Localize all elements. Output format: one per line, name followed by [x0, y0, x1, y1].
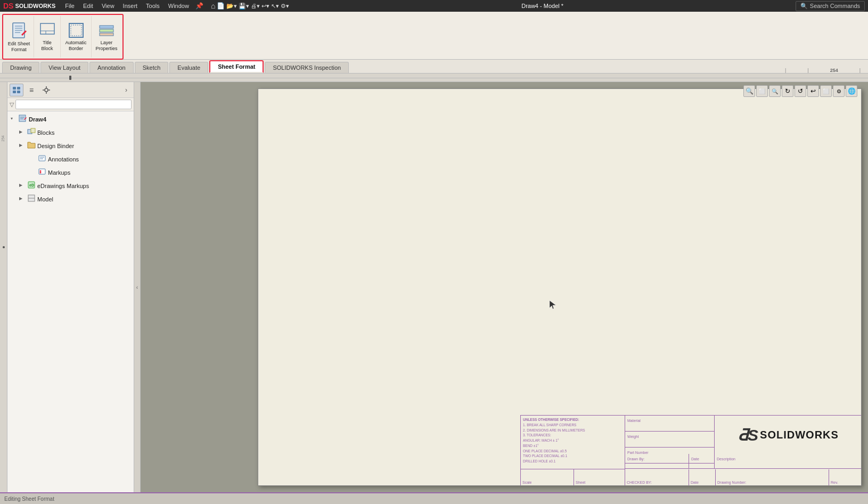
- canvas-search-btn[interactable]: 🔍: [743, 85, 755, 97]
- notes-line-1: 2. DIMENSIONS ARE IN MILLIMETERS: [523, 428, 623, 433]
- svg-point-34: [40, 172, 42, 174]
- canvas-fit-btn[interactable]: ⬜: [756, 85, 768, 97]
- window-title: Draw4 - Model *: [289, 3, 795, 9]
- svg-text:eD: eD: [29, 183, 34, 187]
- tree-item-design-binder[interactable]: ▶ Design Binder: [7, 139, 134, 152]
- tab-evaluate[interactable]: Evaluate: [169, 62, 208, 73]
- svg-rect-16: [13, 91, 16, 93]
- statusbar: Editing Sheet Format: [0, 492, 868, 504]
- svg-rect-17: [17, 91, 20, 93]
- title-block-bottom-sheet: Sheet: [574, 469, 625, 485]
- canvas-zoomout-btn[interactable]: 🔍: [769, 85, 781, 97]
- sidebar: ≡ › ▽ ▾ Draw4: [7, 82, 134, 492]
- canvas-toolbar: 🔍 ⬜ 🔍 ↻ ↺ ↩ ⬜ ⚙ 🌐: [743, 85, 857, 97]
- menu-window[interactable]: Window: [164, 2, 193, 10]
- edit-sheet-format-btn[interactable]: Edit Sheet Format: [4, 16, 34, 58]
- design-binder-tree-icon: [27, 141, 36, 151]
- tree-view-btn[interactable]: [10, 84, 23, 96]
- canvas-rotatecw-btn[interactable]: ↻: [782, 85, 793, 97]
- tree-item-annotations[interactable]: Annotations: [7, 152, 134, 166]
- titlebar: DS SOLIDWORKS File Edit View Insert Tool…: [0, 0, 868, 12]
- tab-solidworks-inspection[interactable]: SOLIDWORKS Inspection: [265, 62, 349, 73]
- search-filter-input[interactable]: [15, 100, 132, 109]
- edrawings-label: eDrawings Markups: [37, 183, 89, 189]
- solidworks-logo-area: ƋS SOLIDWORKS: [715, 416, 861, 454]
- solidworks-logo: ƋS SOLIDWORKS: [737, 426, 839, 444]
- markups-tree-icon: [38, 167, 46, 177]
- model-expand-icon: ▶: [19, 196, 26, 202]
- settings-icon[interactable]: ⚙▾: [281, 3, 289, 10]
- svg-rect-32: [39, 169, 45, 174]
- save-icon[interactable]: 💾▾: [239, 3, 249, 10]
- drawn-by-label: Drawn By:: [627, 457, 644, 461]
- date2-label: Date: [691, 457, 699, 461]
- tree-item-blocks[interactable]: ▶ Blocks: [7, 126, 134, 139]
- search-commands[interactable]: 🔍 Search Commands: [796, 1, 865, 11]
- svg-rect-11: [100, 26, 113, 28]
- home-icon[interactable]: ⌂: [211, 2, 215, 10]
- svg-rect-12: [100, 29, 113, 32]
- tab-sketch[interactable]: Sketch: [135, 62, 169, 73]
- print-icon[interactable]: 🖨▾: [251, 3, 260, 10]
- menu-view[interactable]: View: [97, 2, 119, 10]
- notes-header: UNLESS OTHERWISE SPECIFIED:: [523, 417, 623, 422]
- tree-item-edrawings[interactable]: ▶ eD eDrawings Markups: [7, 179, 134, 192]
- tab-view-layout[interactable]: View Layout: [40, 62, 88, 73]
- config-view-btn[interactable]: [39, 84, 53, 96]
- svg-rect-6: [40, 23, 54, 34]
- automatic-border-label: Automatic Border: [63, 40, 89, 52]
- sidebar-collapse-handle[interactable]: ‹: [134, 82, 141, 492]
- title-block-bottom-scale: Scale: [521, 469, 574, 485]
- notes-line-4: BEND ±1°: [523, 443, 623, 449]
- undo-icon[interactable]: ↩▾: [261, 3, 269, 10]
- canvas-rotateccw-btn[interactable]: ↺: [795, 85, 806, 97]
- menu-tools[interactable]: Tools: [142, 2, 164, 10]
- open-icon[interactable]: 📂▾: [226, 3, 237, 10]
- canvas-view3d-btn[interactable]: ⬜: [820, 85, 832, 97]
- menu-edit[interactable]: Edit: [79, 2, 97, 10]
- ds-logo-part: ƋS: [737, 426, 758, 444]
- main-content: 254 ≡ › ▽: [0, 82, 868, 492]
- layer-properties-icon: [98, 22, 115, 39]
- svg-rect-28: [31, 128, 35, 133]
- tree-item-draw4[interactable]: ▾ Draw4: [7, 112, 134, 126]
- zoom-value: 254: [830, 68, 838, 73]
- date-label: Date: [691, 481, 714, 484]
- tab-annotation[interactable]: Annotation: [89, 62, 134, 73]
- blocks-expand-icon: ▶: [19, 129, 26, 136]
- edit-sheet-format-label: Edit Sheet Format: [6, 41, 31, 53]
- layer-properties-btn[interactable]: Layer Properties: [92, 16, 121, 58]
- new-icon[interactable]: 📄: [217, 2, 225, 10]
- notes-line-0: 1. BREAK ALL SHARP CORNERS: [523, 422, 623, 428]
- draw4-label: Draw4: [29, 116, 46, 123]
- svg-point-18: [45, 88, 48, 92]
- toolbar-area: Edit Sheet Format Title Block: [0, 12, 868, 60]
- canvas-undo-btn[interactable]: ↩: [807, 85, 819, 97]
- menu-file[interactable]: File: [61, 2, 79, 10]
- canvas-globe-btn[interactable]: 🌐: [846, 85, 857, 97]
- title-block-drawn-by: Drawn By:: [625, 454, 689, 469]
- cursor-icon[interactable]: ↖▾: [271, 3, 279, 10]
- canvas-options-btn[interactable]: ⚙: [833, 85, 845, 97]
- sidebar-expand-btn[interactable]: ›: [121, 84, 132, 96]
- tree-item-model[interactable]: ▶ Model: [7, 192, 134, 206]
- scale-label: Scale: [522, 481, 572, 484]
- menu-insert[interactable]: Insert: [119, 2, 142, 10]
- edrawings-tree-icon: eD: [27, 181, 36, 191]
- tab-drawing[interactable]: Drawing: [2, 62, 39, 73]
- draw4-expand-icon: ▾: [11, 116, 17, 123]
- list-view-btn[interactable]: ≡: [24, 84, 38, 96]
- title-block-material: Material: [625, 416, 715, 432]
- tree-item-markups[interactable]: Markups: [7, 166, 134, 179]
- markups-expand-icon: [30, 169, 36, 176]
- automatic-border-btn[interactable]: Automatic Border: [61, 16, 92, 58]
- title-block: UNLESS OTHERWISE SPECIFIED: 1. BREAK ALL…: [520, 415, 861, 485]
- blocks-label: Blocks: [37, 129, 54, 136]
- title-block-notes: UNLESS OTHERWISE SPECIFIED: 1. BREAK ALL…: [521, 416, 625, 469]
- tab-sheet-format[interactable]: Sheet Format: [209, 60, 264, 73]
- blocks-tree-icon: [27, 127, 36, 137]
- title-block-btn[interactable]: Title Block: [34, 16, 61, 58]
- search-commands-icon: 🔍: [800, 3, 808, 10]
- edit-sheet-format-icon: [10, 21, 29, 40]
- model-label: Model: [37, 196, 53, 202]
